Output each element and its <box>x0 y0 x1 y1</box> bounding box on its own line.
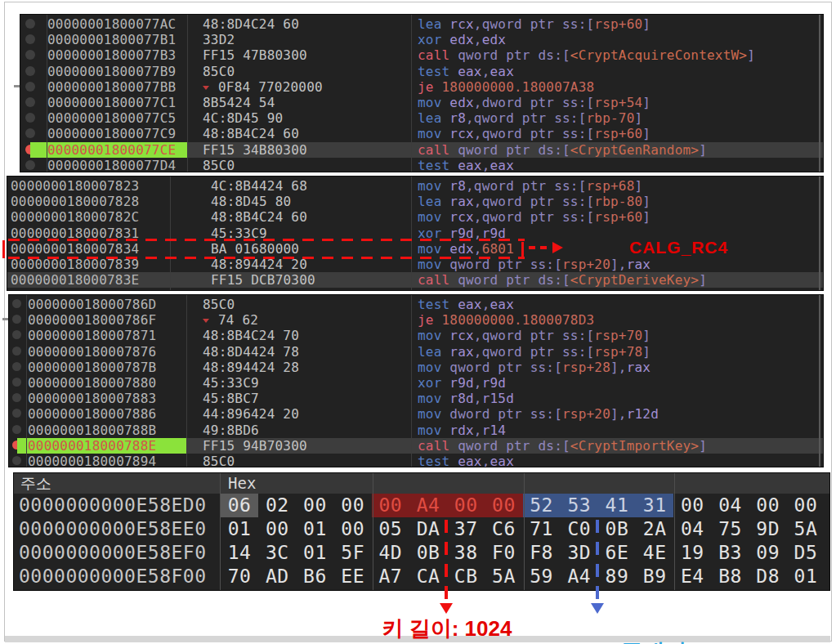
hex-byte-cell[interactable]: 00 <box>673 494 711 517</box>
breakpoint-gutter[interactable] <box>20 110 47 126</box>
hex-byte-cell[interactable]: 41 <box>598 494 636 517</box>
hex-byte-cell[interactable]: 0B <box>598 517 636 541</box>
hex-byte-cell[interactable]: 02 <box>258 494 296 517</box>
disassembly-row[interactable]: 000000018000782848:8D45 80lea rax,qword … <box>7 194 823 209</box>
hex-byte-cell[interactable]: 2A <box>636 517 673 541</box>
disassembly-panel-cryptgenrandom[interactable]: 00000001800077AC48:8D4C24 60lea rcx,qwor… <box>20 14 824 172</box>
hex-byte-cell[interactable]: 71 <box>523 517 561 541</box>
hex-byte-cell[interactable]: C6 <box>485 517 522 541</box>
breakpoint-gutter[interactable] <box>9 360 27 375</box>
disassembly-row[interactable]: 000000018000789485C0test eax,eax <box>9 454 823 467</box>
hex-byte-cell[interactable]: A4 <box>409 494 447 517</box>
disassembly-row[interactable]: 000000018000786D85C0test eax,eax <box>9 297 823 312</box>
hex-byte-cell[interactable]: 01 <box>221 517 258 541</box>
hex-byte-cell[interactable]: 01 <box>296 541 333 565</box>
breakpoint-dot[interactable] <box>25 128 35 138</box>
hex-byte-cell[interactable]: 4E <box>636 541 673 565</box>
breakpoint-dot[interactable] <box>25 97 35 107</box>
breakpoint-dot[interactable] <box>12 347 21 356</box>
hex-byte-cell[interactable]: 00 <box>485 494 522 517</box>
hex-byte-cell[interactable]: B3 <box>711 541 749 565</box>
disassembly-row[interactable]: 00000001800077C18B5424 54mov edx,dword p… <box>20 95 823 110</box>
disassembly-row[interactable]: 000000018000788345:8BC7mov r8d,r15d <box>9 391 823 406</box>
hex-byte-cell[interactable]: 04 <box>711 494 749 517</box>
breakpoint-gutter[interactable] <box>20 64 47 79</box>
breakpoint-dot[interactable] <box>25 50 35 60</box>
hex-byte-cell[interactable]: 9D <box>749 517 787 541</box>
hex-byte-cell[interactable]: 01 <box>296 517 333 541</box>
hex-byte-cell[interactable]: 59 <box>523 565 561 588</box>
hex-byte-cell[interactable]: 4D <box>372 541 409 565</box>
hex-byte-cell[interactable]: 31 <box>636 494 673 517</box>
hex-byte-cell[interactable]: 3C <box>258 541 296 565</box>
hex-byte-cell[interactable]: 00 <box>372 494 409 517</box>
hex-byte-cell[interactable]: 0B <box>409 541 447 565</box>
hex-byte-cell[interactable]: 00 <box>334 494 372 517</box>
hex-byte-cell[interactable]: DA <box>409 517 447 541</box>
breakpoint-gutter[interactable] <box>20 47 47 63</box>
disassembly-row[interactable]: 000000018000787648:8D4424 78lea rax,qwor… <box>9 344 823 360</box>
disassembly-row[interactable]: 000000018000787148:8B4C24 70mov rcx,qwor… <box>9 328 823 343</box>
hex-byte-cell[interactable]: 5A <box>787 517 825 541</box>
hex-byte-cell[interactable]: 89 <box>598 565 636 588</box>
hex-byte-cell[interactable]: 75 <box>711 517 749 541</box>
hex-byte-cell[interactable]: 19 <box>673 541 711 565</box>
breakpoint-dot[interactable] <box>25 160 35 170</box>
hexdump-panel[interactable]: 주소 Hex 0000000000E58ED00602000000A400005… <box>13 472 830 591</box>
hex-byte-cell[interactable]: B9 <box>636 565 673 588</box>
disassembly-row[interactable]: 00000001800077B3FF15 47B80300call qword … <box>20 47 823 63</box>
breakpoint-dot[interactable] <box>12 456 21 465</box>
breakpoint-gutter[interactable] <box>9 312 27 328</box>
hex-byte-cell[interactable]: 01 <box>787 565 825 588</box>
disassembly-row[interactable]: 000000018000787B48:894424 28mov qword pt… <box>9 360 823 375</box>
hex-byte-cell[interactable]: CB <box>447 565 485 588</box>
breakpoint-dot[interactable] <box>12 330 21 339</box>
breakpoint-gutter[interactable] <box>20 79 47 95</box>
hex-byte-cell[interactable]: B6 <box>296 565 333 588</box>
hex-byte-cell[interactable]: 5A <box>485 565 522 588</box>
breakpoint-dot[interactable] <box>25 34 35 44</box>
hex-byte-cell[interactable]: A7 <box>372 565 409 588</box>
hex-byte-cell[interactable]: 00 <box>787 494 825 517</box>
disassembly-row[interactable]: 00000001800077AC48:8D4C24 60lea rcx,qwor… <box>20 16 823 32</box>
breakpoint-gutter[interactable] <box>20 16 47 32</box>
hex-byte-cell[interactable]: CA <box>409 565 447 588</box>
disassembly-panel-cryptimportkey[interactable]: 000000018000786D85C0test eax,eax00000001… <box>8 294 824 467</box>
breakpoint-gutter[interactable] <box>9 391 27 406</box>
hex-byte-cell[interactable]: 37 <box>447 517 485 541</box>
hex-byte-cell[interactable]: 14 <box>221 541 258 565</box>
disassembly-row[interactable]: 000000018000782C48:8B4C24 60mov rcx,qwor… <box>7 209 823 225</box>
disassembly-row[interactable]: 000000018000784485C0test eax,eax <box>7 288 823 291</box>
hex-byte-cell[interactable]: F8 <box>523 541 561 565</box>
breakpoint-gutter[interactable] <box>20 95 47 110</box>
hex-byte-cell[interactable]: 04 <box>673 517 711 541</box>
breakpoint-dot[interactable] <box>25 19 35 29</box>
hex-byte-cell[interactable]: B8 <box>711 565 749 588</box>
hex-byte-cell[interactable]: 53 <box>561 494 598 517</box>
hex-byte-cell[interactable]: 6E <box>598 541 636 565</box>
hex-byte-cell[interactable]: 06 <box>221 494 258 517</box>
breakpoint-dot[interactable] <box>12 362 21 371</box>
disassembly-row[interactable]: 00000001800077CEFF15 34B80300call qword … <box>20 142 823 158</box>
breakpoint-gutter[interactable] <box>20 32 47 47</box>
breakpoint-dot[interactable] <box>25 82 35 92</box>
breakpoint-gutter[interactable] <box>9 423 27 438</box>
hex-byte-cell[interactable]: 00 <box>447 494 485 517</box>
breakpoint-dot[interactable] <box>25 113 35 123</box>
hex-byte-cell[interactable]: D8 <box>749 565 787 588</box>
hex-byte-cell[interactable]: 05 <box>372 517 409 541</box>
disassembly-row[interactable]: 00000001800077C948:8B4C24 60mov rcx,qwor… <box>20 126 823 141</box>
breakpoint-gutter[interactable] <box>9 297 27 312</box>
disassembly-row[interactable]: 00000001800077B133D2xor edx,edx <box>20 32 823 47</box>
breakpoint-gutter[interactable] <box>20 158 47 172</box>
disassembly-row[interactable]: 00000001800077D485C0test eax,eax <box>20 158 823 172</box>
hex-byte-cell[interactable]: AD <box>258 565 296 588</box>
disassembly-row[interactable]: 000000018000783EFF15 DCB70300call qword … <box>7 272 823 288</box>
disassembly-row[interactable]: 00000001800078234C:8B4424 68mov r8,qword… <box>7 178 823 194</box>
hex-byte-cell[interactable]: 00 <box>749 494 787 517</box>
breakpoint-dot[interactable] <box>12 315 21 324</box>
disassembly-row[interactable]: 000000018000786F74 62je 180000000.180007… <box>9 312 823 328</box>
disassembly-row[interactable]: 00000001800077B985C0test eax,eax <box>20 64 823 79</box>
hex-byte-cell[interactable]: F0 <box>485 541 522 565</box>
breakpoint-dot[interactable] <box>12 378 21 387</box>
